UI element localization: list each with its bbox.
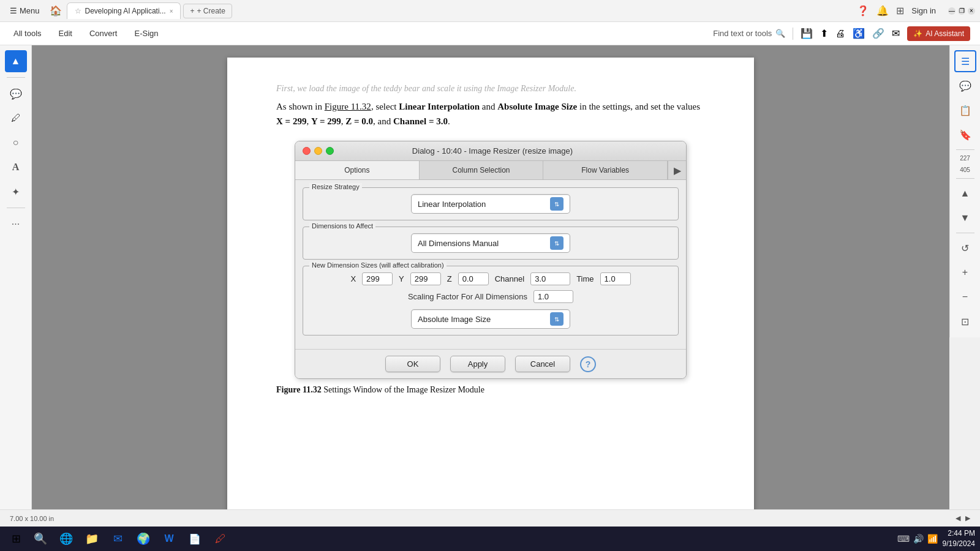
scaling-label: Scaling Factor For All Dimensions (408, 292, 527, 301)
taskbar: ⊞ 🔍 🌐 📁 ✉ 🌍 W 📄 🖊 ⌨ 🔊 📶 2:44 PM 9/19/202… (0, 527, 980, 551)
time-input[interactable] (600, 272, 631, 285)
sign-in-button[interactable]: Sign in (911, 6, 936, 15)
search-app[interactable]: 🔍 (28, 528, 53, 550)
time-label: Time (576, 274, 594, 283)
taskbar-right: ⌨ 🔊 📶 2:44 PM 9/19/2024 (897, 528, 975, 549)
powerpoint-app[interactable]: 🖊 (208, 528, 233, 550)
close-button[interactable]: × (968, 7, 975, 15)
start-button[interactable]: ⊞ (5, 528, 27, 550)
volume-icon[interactable]: 🔊 (913, 534, 924, 544)
zoom-out-button[interactable]: − (954, 286, 976, 308)
cancel-button[interactable]: Cancel (515, 356, 570, 372)
grid-icon[interactable]: ⊞ (896, 5, 904, 17)
toolbar-right: Find text or tools 🔍 💾 ⬆ 🖨 ♿ 🔗 ✉ ✨ AI As… (713, 26, 970, 41)
channel-value-text: Channel = 3.0 (393, 116, 448, 126)
help-button[interactable]: ? (580, 356, 596, 372)
esign-button[interactable]: E-Sign (130, 26, 162, 40)
tab-active[interactable]: ☆ Developing AI Applicati... × (67, 2, 181, 19)
refresh-button[interactable]: ↺ (954, 237, 976, 259)
resize-strategy-select[interactable]: Linear Interpolation ⇅ (411, 194, 570, 214)
dimensions-label: Dimensions to Affect (309, 222, 375, 230)
pdf-intro-text: First, we load the image of the teddy be… (276, 82, 705, 96)
edit-button[interactable]: Edit (55, 26, 76, 40)
toolbar-separator (793, 28, 793, 40)
new-tab-button[interactable]: + + Create (183, 4, 232, 18)
comment-tool[interactable]: 💬 (5, 83, 27, 105)
scaling-input[interactable] (533, 290, 573, 303)
word-app[interactable]: W (157, 528, 181, 550)
notifications-icon[interactable]: 🔔 (876, 5, 889, 17)
menu-label: Menu (20, 6, 40, 15)
tab-more-button[interactable]: ▶ (668, 161, 686, 179)
browser-app[interactable]: 🌐 (54, 528, 78, 550)
scroll-left-btn[interactable]: ◀ (956, 514, 960, 522)
status-bar-right: ◀ ▶ (956, 514, 970, 522)
more-tools[interactable]: ··· (5, 213, 27, 235)
sidebar-tool-1[interactable]: ☰ (954, 50, 976, 72)
home-icon[interactable]: 🏠 (50, 5, 62, 17)
figure-link[interactable]: Figure 11.32 (325, 102, 371, 111)
pdf-content[interactable]: First, we load the image of the teddy be… (32, 45, 949, 509)
cursor-tool[interactable]: ▲ (5, 50, 27, 72)
network-icon[interactable]: 📶 (927, 534, 938, 544)
y-input[interactable] (410, 272, 441, 285)
tab-flow-variables[interactable]: Flow Variables (543, 161, 668, 179)
dimensions-section: Dimensions to Affect All Dimensions Manu… (303, 227, 679, 260)
interpolation-text: Linear Interpolation (399, 102, 480, 111)
print-icon[interactable]: 🖨 (835, 28, 845, 39)
stamp-tool[interactable]: ✦ (5, 181, 27, 203)
dialog-window: Dialog - 10:40 - Image Resizer (resize i… (295, 141, 687, 379)
apply-button[interactable]: Apply (450, 356, 505, 372)
email-icon[interactable]: ✉ (892, 28, 900, 39)
title-bar-right: ❓ 🔔 ⊞ Sign in — ❐ × (857, 5, 975, 17)
fit-button[interactable]: ⊡ (954, 310, 976, 332)
scroll-up-button[interactable]: ▲ (954, 182, 976, 204)
page-number-2: 405 (957, 165, 973, 174)
all-tools-button[interactable]: All tools (10, 26, 45, 40)
find-text-label: Find text or tools (713, 29, 772, 38)
accessibility-icon[interactable]: ♿ (853, 28, 865, 39)
scroll-right-btn[interactable]: ▶ (965, 514, 970, 522)
zoom-in-button[interactable]: + (954, 261, 976, 283)
image-size-select[interactable]: Absolute Image Size ⇅ (411, 309, 570, 329)
x-input[interactable] (362, 272, 393, 285)
tool-separator-1 (7, 77, 25, 78)
convert-button[interactable]: Convert (86, 26, 121, 40)
sidebar-tool-3[interactable]: 📋 (954, 99, 976, 121)
upload-icon[interactable]: ⬆ (820, 28, 828, 39)
minimize-button[interactable]: — (948, 7, 956, 15)
tab-column-label: Column Selection (452, 166, 510, 174)
scroll-down-button[interactable]: ▼ (954, 207, 976, 229)
help-icon[interactable]: ❓ (857, 5, 869, 17)
tab-label: Developing AI Applicati... (85, 7, 166, 15)
find-text-box[interactable]: Find text or tools 🔍 (713, 29, 785, 38)
z-input[interactable] (458, 272, 489, 285)
acrobat-app[interactable]: 📄 (183, 528, 207, 550)
files-app[interactable]: 📁 (80, 528, 104, 550)
tab-options[interactable]: Options (295, 161, 420, 179)
menu-button[interactable]: ☰ Menu (5, 4, 45, 18)
text-tool[interactable]: A (5, 156, 27, 178)
sidebar-tool-4[interactable]: 🔖 (954, 124, 976, 146)
dialog-minimize-button[interactable] (314, 147, 322, 155)
select-arrow-icon: ⇅ (550, 197, 564, 211)
ai-assistant-button[interactable]: ✨ AI Assistant (907, 26, 970, 41)
mail-app[interactable]: ✉ (105, 528, 130, 550)
tab-close-button[interactable]: × (170, 8, 173, 15)
annotation-tool[interactable]: 🖊 (5, 107, 27, 129)
maximize-button[interactable]: ❐ (958, 7, 965, 15)
curve-tool[interactable]: ○ (5, 132, 27, 154)
save-icon[interactable]: 💾 (801, 28, 813, 39)
ok-button[interactable]: OK (385, 356, 440, 372)
dimensions-select[interactable]: All Dimensions Manual ⇅ (411, 233, 570, 253)
chrome-app[interactable]: 🌍 (131, 528, 156, 550)
dialog-close-button[interactable] (303, 147, 311, 155)
sidebar-tool-2[interactable]: 💬 (954, 75, 976, 97)
channel-input[interactable] (530, 272, 570, 285)
tab-column-selection[interactable]: Column Selection (420, 161, 544, 179)
dialog-maximize-button[interactable] (326, 147, 334, 155)
resize-strategy-section: Resize Strategy Linear Interpolation ⇅ (303, 187, 679, 220)
link-icon[interactable]: 🔗 (872, 28, 884, 39)
image-size-arrow: ⇅ (550, 312, 564, 326)
keyboard-icon[interactable]: ⌨ (897, 534, 910, 544)
